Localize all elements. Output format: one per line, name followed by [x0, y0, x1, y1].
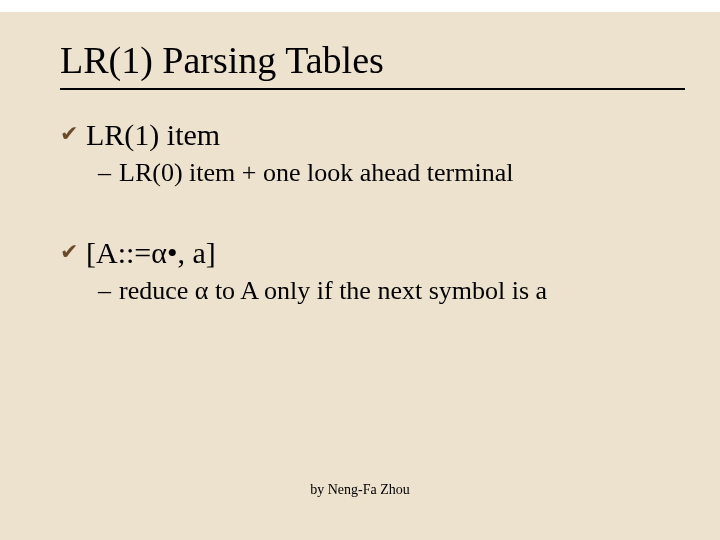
subbullet-1: – LR(0) item + one look ahead terminal	[98, 158, 685, 188]
slide-body: LR(1) Parsing Tables ✔ LR(1) item – LR(0…	[0, 0, 720, 306]
dash-icon: –	[98, 158, 111, 188]
title-rule	[60, 88, 685, 90]
subbullet-2: – reduce α to A only if the next symbol …	[98, 276, 685, 306]
bullet-block-1: ✔ LR(1) item – LR(0) item + one look ahe…	[60, 118, 685, 188]
footer: by Neng-Fa Zhou	[0, 482, 720, 498]
subbullet-2-text: reduce α to A only if the next symbol is…	[119, 276, 547, 306]
bullet-2: ✔ [A::=α•, a]	[60, 236, 685, 270]
bullet-block-2: ✔ [A::=α•, a] – reduce α to A only if th…	[60, 236, 685, 306]
dash-icon: –	[98, 276, 111, 306]
bullet-1: ✔ LR(1) item	[60, 118, 685, 152]
bullet-1-text: LR(1) item	[86, 118, 220, 152]
subbullet-1-text: LR(0) item + one look ahead terminal	[119, 158, 513, 188]
check-icon: ✔	[60, 236, 78, 268]
check-icon: ✔	[60, 118, 78, 150]
bullet-2-text: [A::=α•, a]	[86, 236, 216, 270]
top-strip	[0, 0, 720, 12]
slide-title: LR(1) Parsing Tables	[60, 30, 685, 82]
